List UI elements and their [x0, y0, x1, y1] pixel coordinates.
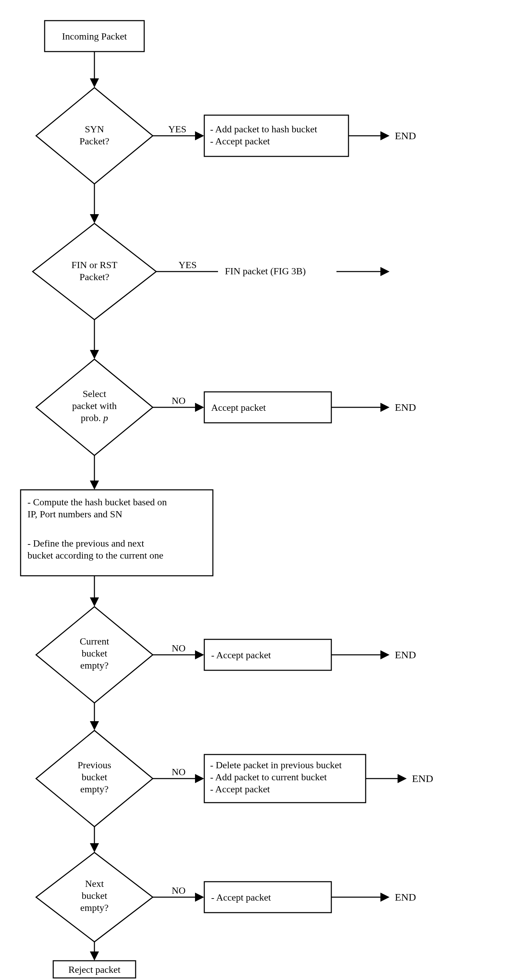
proc-l1: - Compute the hash bucket based on [27, 497, 167, 508]
p6: - Accept packet [211, 892, 271, 903]
d6-l2: bucket [82, 890, 108, 901]
d5-l2: bucket [82, 772, 108, 782]
d3-no-label: NO [172, 395, 185, 406]
d6-no-label: NO [172, 885, 185, 896]
end4: END [395, 649, 416, 660]
d4-no-label: NO [172, 643, 185, 654]
end3: END [395, 401, 416, 413]
p4: - Accept packet [211, 650, 271, 660]
p1-l1: - Add packet to hash bucket [210, 124, 317, 134]
d4-l2: bucket [82, 648, 108, 659]
d1-l2: Packet? [79, 136, 109, 146]
end5: END [412, 773, 433, 784]
end6: END [395, 891, 416, 903]
d5-no-label: NO [172, 767, 185, 777]
p5-l1: - Delete packet in previous bucket [210, 760, 342, 770]
d6-l1: Next [85, 878, 104, 889]
d2-l2: Packet? [79, 272, 109, 282]
d1-l1: SYN [85, 124, 104, 134]
d4-l3: empty? [80, 660, 108, 671]
fin-ref: FIN packet (FIG 3B) [225, 266, 306, 276]
d3-l1: Select [83, 388, 106, 399]
proc-l3: - Define the previous and next [27, 538, 144, 549]
d5-l3: empty? [80, 784, 108, 794]
d3-l3: prob. p [81, 412, 108, 423]
proc-l4: bucket according to the current one [27, 550, 163, 561]
reject-text: Reject packet [68, 964, 120, 975]
p3: Accept packet [211, 402, 266, 413]
d1-yes-label: YES [168, 124, 187, 134]
end1: END [395, 130, 416, 141]
d3-l2: packet with [72, 401, 117, 411]
p5-l3: - Accept packet [210, 784, 270, 794]
d6-l3: empty? [80, 902, 108, 913]
proc-l2: IP, Port numbers and SN [27, 509, 122, 519]
p5-l2: - Add packet to current bucket [210, 772, 327, 782]
p1-l2: - Accept packet [210, 136, 270, 146]
d4-l1: Current [80, 636, 109, 647]
d5-l1: Previous [78, 760, 111, 770]
d2-l1: FIN or RST [71, 259, 117, 270]
start-text: Incoming Packet [62, 31, 127, 41]
d2-yes-label: YES [179, 259, 197, 270]
